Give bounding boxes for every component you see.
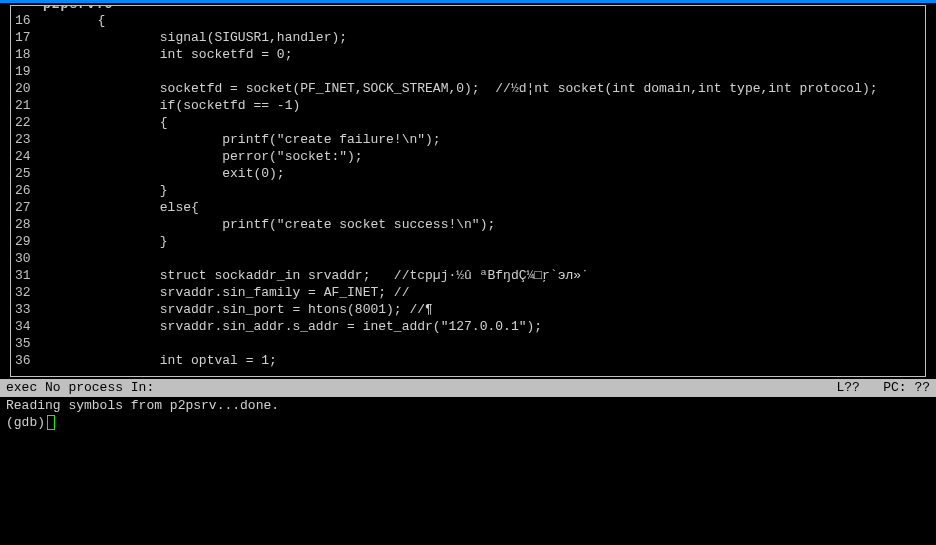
code-line: 18 int socketfd = 0; <box>11 46 925 63</box>
line-number: 31 <box>11 267 35 284</box>
line-text: srvaddr.sin_addr.s_addr = inet_addr("127… <box>35 318 542 335</box>
code-line: 19 <box>11 63 925 80</box>
code-line: 34 srvaddr.sin_addr.s_addr = inet_addr("… <box>11 318 925 335</box>
status-left: exec No process In: <box>6 380 154 396</box>
line-number: 30 <box>11 250 35 267</box>
line-text: { <box>35 114 168 131</box>
status-bar: exec No process In: L?? PC: ?? <box>0 379 936 397</box>
source-panel: p2psrv.c 16 { 17 signal(SIGUSR1,handler)… <box>10 5 926 377</box>
line-number: 33 <box>11 301 35 318</box>
code-line: 27 else{ <box>11 199 925 216</box>
line-text: srvaddr.sin_port = htons(8001); //¶ <box>35 301 433 318</box>
line-text: int optval = 1; <box>35 352 277 369</box>
line-text: signal(SIGUSR1,handler); <box>35 29 347 46</box>
line-text: struct sockaddr_in srvaddr; //tcpµj·½û ª… <box>35 267 589 284</box>
line-text: } <box>35 233 168 250</box>
code-line: 28 printf("create socket success!\n"); <box>11 216 925 233</box>
gdb-prompt-line[interactable]: (gdb) <box>6 414 930 431</box>
line-text: printf("create socket success!\n"); <box>35 216 495 233</box>
code-line: 33 srvaddr.sin_port = htons(8001); //¶ <box>11 301 925 318</box>
code-line: 32 srvaddr.sin_family = AF_INET; // <box>11 284 925 301</box>
code-area[interactable]: 16 { 17 signal(SIGUSR1,handler); 18 int … <box>11 6 925 369</box>
line-text: else{ <box>35 199 199 216</box>
code-line: 22 { <box>11 114 925 131</box>
line-number: 25 <box>11 165 35 182</box>
code-line: 31 struct sockaddr_in srvaddr; //tcpµj·½… <box>11 267 925 284</box>
cursor-icon <box>47 415 55 430</box>
line-number: 36 <box>11 352 35 369</box>
code-line: 20 socketfd = socket(PF_INET,SOCK_STREAM… <box>11 80 925 97</box>
panel-title: p2psrv.c <box>39 5 117 12</box>
code-line: 21 if(socketfd == -1) <box>11 97 925 114</box>
status-right: L?? PC: ?? <box>836 380 930 396</box>
code-line: 35 <box>11 335 925 352</box>
line-text: socketfd = socket(PF_INET,SOCK_STREAM,0)… <box>35 80 878 97</box>
line-number: 23 <box>11 131 35 148</box>
code-line: 30 <box>11 250 925 267</box>
code-line: 23 printf("create failure!\n"); <box>11 131 925 148</box>
line-number: 34 <box>11 318 35 335</box>
code-line: 26 } <box>11 182 925 199</box>
line-text: int socketfd = 0; <box>35 46 292 63</box>
line-number: 28 <box>11 216 35 233</box>
line-number: 22 <box>11 114 35 131</box>
code-line: 29 } <box>11 233 925 250</box>
gdb-prompt: (gdb) <box>6 414 45 431</box>
code-line: 24 perror("socket:"); <box>11 148 925 165</box>
code-line: 25 exit(0); <box>11 165 925 182</box>
gdb-output-line: Reading symbols from p2psrv...done. <box>6 397 930 414</box>
line-number: 32 <box>11 284 35 301</box>
line-text: exit(0); <box>35 165 285 182</box>
line-text: printf("create failure!\n"); <box>35 131 441 148</box>
line-text: if(socketfd == -1) <box>35 97 300 114</box>
line-number: 35 <box>11 335 35 352</box>
line-number: 21 <box>11 97 35 114</box>
line-number: 17 <box>11 29 35 46</box>
line-text: } <box>35 182 168 199</box>
line-number: 27 <box>11 199 35 216</box>
line-number: 29 <box>11 233 35 250</box>
line-text: perror("socket:"); <box>35 148 363 165</box>
line-text: srvaddr.sin_family = AF_INET; // <box>35 284 409 301</box>
code-line: 17 signal(SIGUSR1,handler); <box>11 29 925 46</box>
line-number: 24 <box>11 148 35 165</box>
gdb-console[interactable]: Reading symbols from p2psrv...done. (gdb… <box>0 397 936 431</box>
line-number: 19 <box>11 63 35 80</box>
line-number: 20 <box>11 80 35 97</box>
line-text: { <box>35 12 105 29</box>
line-number: 26 <box>11 182 35 199</box>
code-line: 36 int optval = 1; <box>11 352 925 369</box>
line-number: 16 <box>11 12 35 29</box>
code-line: 16 { <box>11 12 925 29</box>
line-number: 18 <box>11 46 35 63</box>
